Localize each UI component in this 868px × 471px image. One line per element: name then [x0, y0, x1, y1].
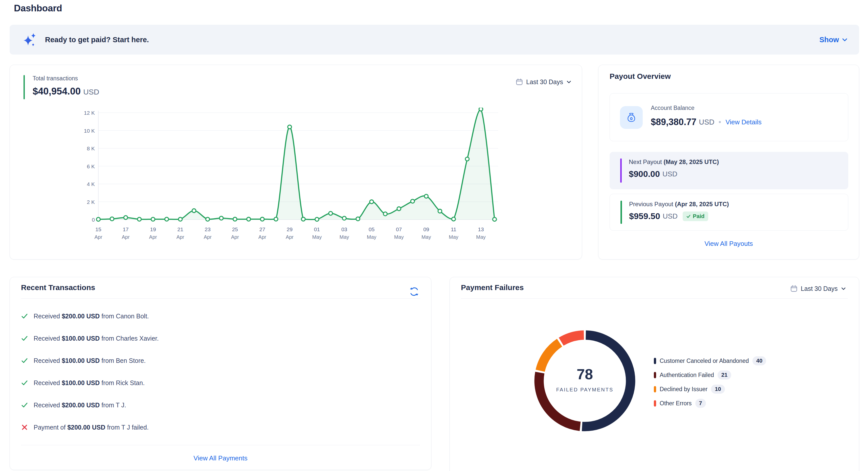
svg-text:4 K: 4 K [87, 181, 95, 187]
legend-marker [654, 372, 656, 378]
total-transactions-label: Total transactions [33, 75, 99, 82]
currency-label: USD [662, 170, 677, 178]
transaction-text: Received $100.00 USD from Charles Xavier… [34, 335, 159, 342]
svg-text:13: 13 [478, 226, 484, 232]
svg-text:11: 11 [451, 226, 456, 232]
svg-text:12 K: 12 K [84, 110, 95, 116]
view-details-link[interactable]: View Details [725, 118, 762, 126]
chevron-down-icon [841, 36, 848, 43]
total-transactions-card: Total transactions $40,954.00USD Last 30… [10, 65, 582, 260]
legend-count-badge: 10 [711, 384, 725, 394]
svg-text:09: 09 [423, 226, 429, 232]
total-transactions-metric: Total transactions $40,954.00USD [24, 75, 99, 99]
transaction-text: Received $100.00 USD from Rick Stan. [34, 379, 145, 386]
failed-payments-label: FAILED PAYMENTS [556, 387, 614, 393]
failures-range-dropdown[interactable]: Last 30 Days [790, 285, 846, 292]
failures-range-label: Last 30 Days [801, 285, 838, 292]
transactions-range-label: Last 30 Days [526, 78, 563, 86]
account-balance-amount: $89,380.77 [651, 117, 696, 127]
transaction-text: Received $200.00 USD from Canon Bolt. [34, 312, 149, 320]
legend-marker [654, 400, 656, 407]
transaction-row: Received $100.00 USD from Rick Stan. [21, 372, 420, 394]
dot-separator [719, 121, 721, 123]
transaction-amount: $200.00 USD [62, 312, 100, 319]
next-payout-card: Next Payout (May 28, 2025 UTC) $900.00 U… [610, 152, 848, 189]
svg-text:03: 03 [341, 226, 347, 232]
svg-text:25: 25 [232, 226, 238, 232]
svg-text:05: 05 [369, 226, 374, 232]
svg-text:19: 19 [150, 226, 156, 232]
transaction-row: Payment of $200.00 USD from T J failed. [21, 416, 420, 438]
svg-text:27: 27 [259, 226, 265, 232]
svg-text:07: 07 [396, 226, 402, 232]
legend-label: Other Errors [660, 400, 692, 407]
transaction-amount: $100.00 USD [62, 379, 100, 386]
previous-payout-label: Previous Payout (Apr 28, 2025 UTC) [629, 201, 729, 208]
next-payout-amount: $900.00 [629, 169, 660, 179]
recent-transactions-card: Recent Transactions Received $200.00 USD… [10, 277, 431, 470]
transaction-text: Payment of $200.00 USD from T J failed. [34, 424, 149, 431]
svg-text:2 K: 2 K [87, 199, 95, 205]
payment-failures-title: Payment Failures [461, 283, 524, 292]
svg-text:Apr: Apr [231, 234, 239, 240]
svg-text:Apr: Apr [94, 234, 102, 240]
failed-payments-count: 78 [577, 366, 593, 382]
previous-payout-amount: $959.50 [629, 211, 660, 221]
next-payout-label: Next Payout (May 28, 2025 UTC) [629, 159, 719, 166]
transaction-row: Received $200.00 USD from Canon Bolt. [21, 305, 420, 327]
success-check-icon [21, 379, 28, 386]
transaction-row: Received $200.00 USD from T J. [21, 394, 420, 416]
legend-count-badge: 7 [695, 399, 706, 408]
money-bag-icon [625, 111, 638, 124]
view-all-payouts-link[interactable]: View All Payouts [705, 240, 753, 248]
banner-show-button[interactable]: Show [819, 25, 848, 55]
paid-status-badge: Paid [683, 211, 708, 221]
svg-text:Apr: Apr [177, 234, 184, 240]
svg-text:May: May [312, 234, 322, 240]
svg-text:Apr: Apr [149, 234, 157, 240]
success-check-icon [21, 335, 28, 342]
svg-text:17: 17 [123, 226, 128, 232]
svg-text:23: 23 [205, 226, 211, 232]
currency-label: USD [663, 212, 678, 220]
svg-text:10 K: 10 K [84, 128, 95, 134]
legend-label: Authentication Failed [660, 372, 714, 378]
currency-label: USD [699, 118, 714, 126]
svg-text:01: 01 [314, 226, 320, 232]
sparkle-icon [23, 33, 37, 47]
success-check-icon [21, 357, 28, 364]
account-balance-label: Account Balance [651, 105, 694, 111]
transactions-range-dropdown[interactable]: Last 30 Days [516, 78, 572, 86]
svg-text:Apr: Apr [286, 234, 293, 240]
transaction-amount: $200.00 USD [67, 424, 105, 431]
refresh-icon[interactable] [409, 286, 420, 298]
banner-text: Ready to get paid? Start here. [45, 36, 149, 44]
legend-count-badge: 21 [718, 370, 731, 379]
svg-text:May: May [367, 234, 376, 240]
legend-item: Declined by Issuer10 [654, 385, 766, 394]
legend-marker [654, 386, 656, 393]
legend-label: Customer Canceled or Abandoned [660, 358, 749, 364]
view-all-payments-link[interactable]: View All Payments [193, 454, 247, 462]
svg-text:21: 21 [178, 226, 183, 232]
svg-text:Apr: Apr [258, 234, 266, 240]
transactions-line-chart: 02 K4 K6 K8 K10 K12 K15Apr17Apr19Apr21Ap… [76, 108, 584, 259]
svg-text:May: May [340, 234, 349, 240]
svg-text:0: 0 [92, 217, 95, 223]
failed-x-icon [21, 424, 28, 431]
chevron-down-icon [841, 286, 846, 291]
svg-text:May: May [449, 234, 458, 240]
svg-text:May: May [476, 234, 486, 240]
calendar-icon [516, 78, 523, 86]
svg-text:6 K: 6 K [87, 164, 95, 169]
svg-text:Apr: Apr [122, 234, 130, 240]
success-check-icon [21, 402, 28, 409]
svg-text:29: 29 [287, 226, 292, 232]
green-accent-bar [24, 75, 25, 99]
legend-item: Other Errors7 [654, 399, 766, 408]
svg-text:May: May [422, 234, 431, 240]
payout-overview-title: Payout Overview [610, 72, 671, 80]
green-accent-bar [620, 201, 622, 224]
transaction-text: Received $200.00 USD from T J. [34, 402, 126, 409]
legend-label: Declined by Issuer [660, 386, 708, 393]
